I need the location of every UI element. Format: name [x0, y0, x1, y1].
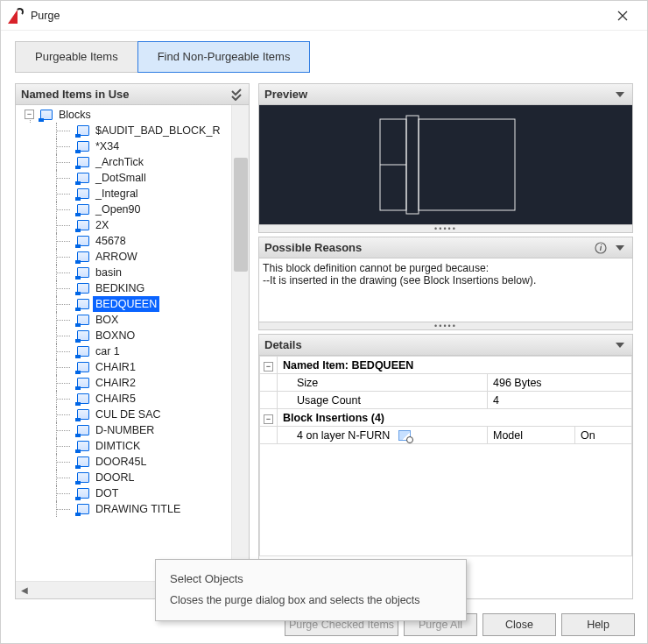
block-icon: [77, 425, 89, 435]
tree-item[interactable]: DIMTICK: [16, 438, 231, 454]
tree-item-label: CHAIR5: [93, 391, 138, 407]
tree-item[interactable]: 45678: [16, 233, 231, 249]
tree-item-label: _ArchTick: [93, 154, 146, 170]
tree-item[interactable]: basin: [16, 265, 231, 280]
tooltip-body: Closes the purge dialog box and selects …: [170, 594, 452, 606]
insertion-space: Model: [488, 427, 575, 444]
tree-item[interactable]: _Open90: [16, 202, 231, 217]
block-icon: [40, 110, 53, 120]
preview-canvas: [259, 105, 632, 224]
tree-item-label: $AUDIT_BAD_BLOCK_R: [93, 123, 222, 138]
tooltip-title: Select Objects: [170, 572, 452, 585]
tree-item[interactable]: _Integral: [16, 186, 231, 202]
tree-item-label: ARROW: [93, 249, 140, 265]
close-button[interactable]: Close: [482, 613, 556, 636]
tree-item-label: BEDKING: [93, 280, 147, 296]
tree-item[interactable]: CHAIR1: [16, 359, 231, 375]
scrollbar-thumb[interactable]: [234, 158, 248, 272]
named-items-title: Named Items in Use: [21, 88, 130, 101]
details-title: Details: [264, 338, 302, 351]
block-icon: [77, 141, 89, 152]
tree-item[interactable]: DOORL: [16, 470, 231, 485]
tree-item[interactable]: $AUDIT_BAD_BLOCK_R: [16, 123, 231, 138]
panel-collapse-icon[interactable]: [613, 241, 627, 255]
tree-vertical-scrollbar[interactable]: [231, 105, 249, 581]
info-icon[interactable]: i: [594, 241, 608, 255]
block-insertions-header: Block Insertions (4): [278, 409, 632, 427]
tree-item-label: DRAWING TITLE: [93, 501, 183, 517]
size-value: 496 Bytes: [488, 374, 632, 392]
table-row: Usage Count 4: [260, 392, 632, 409]
block-icon: [77, 283, 89, 294]
tree-root-blocks[interactable]: − Blocks: [16, 107, 231, 123]
panel-gripper[interactable]: •••••: [258, 225, 633, 233]
tree-item-label: BEDQUEEN: [93, 296, 159, 312]
collapse-toggle-icon[interactable]: −: [260, 409, 278, 427]
tree-item-label: _Integral: [93, 186, 141, 202]
tree-item[interactable]: ARROW: [16, 249, 231, 265]
block-icon: [77, 488, 89, 499]
svg-rect-3: [419, 119, 515, 210]
block-icon: [77, 251, 89, 262]
named-items-tree[interactable]: − Blocks $AUDIT_BAD_BLOCK_R*X34_ArchTick…: [16, 105, 231, 581]
window-close-button[interactable]: [603, 4, 642, 28]
tree-item[interactable]: DOOR45L: [16, 454, 231, 470]
block-icon: [77, 157, 89, 167]
collapse-toggle-icon[interactable]: −: [25, 110, 34, 119]
tree-item[interactable]: DRAWING TITLE: [16, 501, 231, 517]
tree-item-label: _Open90: [93, 202, 143, 217]
tree-item-label: *X34: [93, 138, 122, 154]
svg-rect-2: [406, 116, 419, 214]
block-icon: [77, 267, 89, 278]
block-icon: [77, 393, 89, 404]
tree-item[interactable]: _DotSmall: [16, 170, 231, 186]
preview-panel: Preview: [258, 83, 633, 225]
tree-item[interactable]: BEDQUEEN: [16, 296, 231, 312]
block-icon: [77, 378, 89, 388]
block-icon: [77, 330, 89, 341]
block-icon: [77, 472, 89, 483]
tree-item[interactable]: BOX: [16, 312, 231, 328]
tree-item-label: DOT: [93, 485, 121, 501]
bedqueen-preview-icon: [371, 112, 520, 217]
panel-gripper[interactable]: •••••: [258, 322, 633, 330]
tree-item[interactable]: CHAIR2: [16, 375, 231, 391]
possible-reasons-panel: Possible Reasons i This block definition…: [258, 237, 633, 322]
tree-item[interactable]: *X34: [16, 138, 231, 154]
tab-find-non-purgeable-items[interactable]: Find Non-Purgeable Items: [137, 41, 311, 73]
tree-item[interactable]: 2X: [16, 217, 231, 233]
top-tabs: Purgeable Items Find Non-Purgeable Items: [1, 31, 647, 73]
tree-item-label: car 1: [93, 343, 123, 359]
tree-item-label: DIMTICK: [93, 438, 143, 454]
tree-item-label: _DotSmall: [93, 170, 149, 186]
tree-root-label: Blocks: [56, 107, 94, 123]
collapse-toggle-icon[interactable]: −: [260, 357, 278, 374]
tree-item-label: D-NUMBER: [93, 422, 157, 438]
named-item-header: Named Item: BEDQUEEN: [278, 357, 632, 374]
help-button[interactable]: Help: [561, 613, 635, 636]
tree-item-label: 2X: [93, 217, 111, 233]
tab-purgeable-items[interactable]: Purgeable Items: [15, 41, 137, 73]
insertion-layer: 4 on layer N-FURN: [297, 429, 390, 442]
size-label: Size: [278, 374, 488, 392]
block-icon: [77, 346, 89, 357]
select-objects-icon[interactable]: [398, 430, 411, 441]
window-title: Purge: [31, 10, 60, 22]
tree-item[interactable]: CUL DE SAC: [16, 407, 231, 422]
tree-item[interactable]: car 1: [16, 343, 231, 359]
panel-collapse-icon[interactable]: [613, 338, 627, 352]
tree-item[interactable]: D-NUMBER: [16, 422, 231, 438]
tree-item[interactable]: CHAIR5: [16, 391, 231, 407]
block-icon: [77, 125, 89, 136]
tree-item[interactable]: BEDKING: [16, 280, 231, 296]
panel-collapse-icon[interactable]: [613, 88, 627, 102]
check-all-icon[interactable]: [229, 88, 243, 102]
tree-item[interactable]: DOT: [16, 485, 231, 501]
tree-item-label: CUL DE SAC: [93, 407, 164, 422]
block-icon: [77, 456, 89, 467]
scroll-left-arrow-icon[interactable]: ◀: [16, 582, 33, 599]
tree-item[interactable]: BOXNO: [16, 328, 231, 343]
tree-item-label: DOORL: [93, 470, 137, 485]
tree-item-label: DOOR45L: [93, 454, 149, 470]
tree-item[interactable]: _ArchTick: [16, 154, 231, 170]
